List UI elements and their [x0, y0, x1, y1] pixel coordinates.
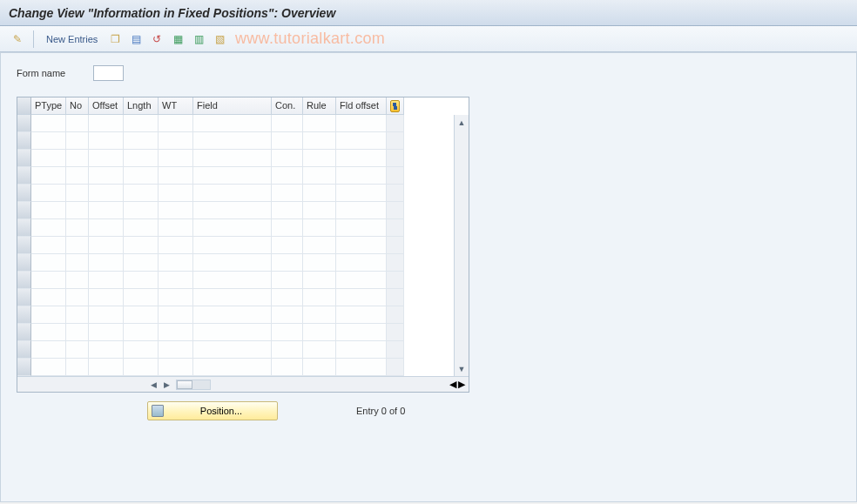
cell[interactable]	[336, 289, 387, 306]
hscroll-thumb[interactable]	[177, 380, 192, 389]
col-field[interactable]: Field	[193, 97, 272, 115]
cell[interactable]	[159, 359, 193, 376]
row-selector[interactable]	[17, 202, 31, 219]
cell[interactable]	[193, 254, 272, 272]
col-ptype[interactable]: PType	[31, 97, 66, 115]
cell[interactable]	[272, 359, 303, 376]
table-row[interactable]	[17, 359, 454, 376]
table-row[interactable]	[17, 185, 454, 202]
cell[interactable]	[31, 115, 66, 132]
cell[interactable]	[66, 289, 89, 306]
cell[interactable]	[193, 289, 272, 306]
select-all-icon[interactable]	[127, 30, 145, 48]
table-row[interactable]	[17, 254, 454, 272]
row-selector[interactable]	[17, 272, 31, 289]
cell[interactable]	[303, 219, 336, 237]
cell[interactable]	[124, 167, 159, 185]
cell[interactable]	[193, 115, 272, 132]
cell[interactable]	[272, 185, 303, 202]
cell[interactable]	[89, 115, 124, 132]
cell[interactable]	[272, 219, 303, 237]
configure-columns-button[interactable]	[387, 97, 404, 115]
cell[interactable]	[66, 219, 89, 237]
scroll-left-icon[interactable]: ◀	[148, 379, 159, 390]
cell[interactable]	[66, 359, 89, 376]
cell[interactable]	[336, 132, 387, 150]
cell[interactable]	[193, 237, 272, 254]
cell[interactable]	[303, 341, 336, 359]
cell[interactable]	[336, 219, 387, 237]
table-row[interactable]	[17, 132, 454, 150]
cell[interactable]	[66, 306, 89, 324]
cell[interactable]	[303, 359, 336, 376]
cell[interactable]	[124, 202, 159, 219]
cell[interactable]	[272, 237, 303, 254]
scroll-up-icon[interactable]: ▲	[456, 117, 468, 128]
cell[interactable]	[89, 289, 124, 306]
horizontal-scrollbar-left[interactable]: ◀ ▶	[148, 379, 213, 390]
cell[interactable]	[124, 324, 159, 341]
cell[interactable]	[124, 219, 159, 237]
cell[interactable]	[303, 167, 336, 185]
cell[interactable]	[336, 150, 387, 167]
cell[interactable]	[336, 359, 387, 376]
cell[interactable]	[272, 254, 303, 272]
new-entries-button[interactable]: New Entries	[41, 34, 103, 44]
cell[interactable]	[124, 306, 159, 324]
cell[interactable]	[193, 359, 272, 376]
table-row[interactable]	[17, 167, 454, 185]
cell[interactable]	[303, 306, 336, 324]
cell[interactable]	[66, 237, 89, 254]
cell[interactable]	[193, 167, 272, 185]
col-rule[interactable]: Rule	[303, 97, 336, 115]
row-selector[interactable]	[17, 359, 31, 376]
row-selector[interactable]	[17, 237, 31, 254]
row-selector[interactable]	[17, 167, 31, 185]
row-selector[interactable]	[17, 132, 31, 150]
cell[interactable]	[31, 272, 66, 289]
cell[interactable]	[193, 150, 272, 167]
table-row[interactable]	[17, 219, 454, 237]
cell[interactable]	[272, 167, 303, 185]
cell[interactable]	[303, 115, 336, 132]
table-row[interactable]	[17, 202, 454, 219]
cell[interactable]	[159, 306, 193, 324]
cell[interactable]	[303, 202, 336, 219]
cell[interactable]	[272, 272, 303, 289]
cell[interactable]	[66, 272, 89, 289]
table-row[interactable]	[17, 341, 454, 359]
cell[interactable]	[124, 272, 159, 289]
cell[interactable]	[89, 219, 124, 237]
row-selector[interactable]	[17, 306, 31, 324]
scroll-right-icon[interactable]: ▶	[161, 379, 172, 390]
table-row[interactable]	[17, 272, 454, 289]
col-wt[interactable]: WT	[159, 97, 193, 115]
select-block-icon[interactable]	[211, 30, 228, 48]
cell[interactable]	[89, 324, 124, 341]
row-selector[interactable]	[17, 115, 31, 132]
col-lngth[interactable]: Lngth	[124, 97, 159, 115]
cell[interactable]	[124, 132, 159, 150]
cell[interactable]	[159, 324, 193, 341]
form-name-input[interactable]	[93, 65, 124, 81]
cell[interactable]	[124, 254, 159, 272]
cell[interactable]	[336, 324, 387, 341]
row-selector[interactable]	[17, 341, 31, 359]
cell[interactable]	[336, 306, 387, 324]
cell[interactable]	[272, 324, 303, 341]
cell[interactable]	[124, 289, 159, 306]
cell[interactable]	[31, 167, 66, 185]
cell[interactable]	[193, 324, 272, 341]
cell[interactable]	[89, 167, 124, 185]
cell[interactable]	[31, 132, 66, 150]
cell[interactable]	[89, 185, 124, 202]
scroll-down-icon[interactable]: ▼	[456, 363, 468, 374]
cell[interactable]	[303, 272, 336, 289]
cell[interactable]	[159, 219, 193, 237]
col-no[interactable]: No	[66, 97, 89, 115]
cell[interactable]	[89, 254, 124, 272]
cell[interactable]	[336, 115, 387, 132]
col-offset[interactable]: Offset	[89, 97, 124, 115]
cell[interactable]	[89, 272, 124, 289]
cell[interactable]	[66, 324, 89, 341]
